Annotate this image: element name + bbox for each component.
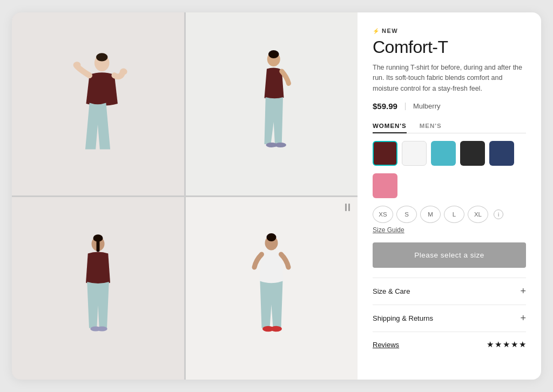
accordion-size-care[interactable]: Size & Care + (373, 278, 526, 305)
svg-point-7 (275, 143, 286, 147)
svg-point-14 (267, 233, 276, 241)
svg-point-16 (271, 326, 282, 332)
star-2: ★ (495, 340, 502, 349)
swatch-white[interactable] (402, 141, 427, 166)
swatch-blue[interactable] (431, 141, 456, 166)
size-l[interactable]: L (444, 206, 464, 223)
product-image-4[interactable] (186, 197, 358, 380)
product-description: The running T-shirt for before, during a… (373, 63, 526, 94)
price-row: $59.99 Mulberry (373, 102, 526, 111)
figure-2 (228, 47, 315, 160)
star-1: ★ (487, 340, 494, 349)
swatch-dark-red[interactable] (373, 141, 397, 166)
size-care-expand-icon: + (520, 286, 526, 297)
figure-4 (230, 232, 313, 345)
gender-tabs: WOMEN'S MEN'S (373, 119, 526, 133)
figure-1 (55, 50, 141, 158)
size-xl[interactable]: XL (468, 206, 488, 223)
size-s[interactable]: S (396, 206, 417, 223)
figure-3 (56, 232, 140, 345)
add-to-cart-button[interactable]: Please select a size (373, 242, 526, 268)
image-grid (12, 12, 358, 380)
star-5: ★ (519, 340, 526, 349)
shipping-returns-label: Shipping & Returns (373, 314, 433, 322)
product-image-2[interactable] (186, 12, 358, 195)
product-title: Comfort-T (373, 37, 526, 57)
color-swatches-row2 (373, 173, 526, 198)
shipping-returns-expand-icon: + (520, 313, 526, 324)
product-card: ⚡ NEW Comfort-T The running T-shirt for … (12, 12, 541, 380)
size-selector: XS S M L XL i (373, 206, 526, 223)
color-swatches (373, 141, 526, 166)
svg-point-3 (120, 69, 127, 75)
accordion-shipping-returns[interactable]: Shipping & Returns + (373, 305, 526, 332)
product-image-3[interactable] (12, 197, 184, 380)
reviews-row: Reviews ★ ★ ★ ★ ★ (373, 332, 526, 357)
tab-mens[interactable]: MEN'S (420, 119, 442, 133)
svg-point-5 (268, 50, 279, 58)
swatch-navy[interactable] (489, 141, 514, 166)
swatch-black[interactable] (460, 141, 485, 166)
size-m[interactable]: M (420, 206, 441, 223)
svg-point-2 (73, 62, 81, 69)
star-rating: ★ ★ ★ ★ ★ (487, 340, 526, 349)
svg-point-12 (97, 326, 107, 331)
star-4: ★ (511, 340, 518, 349)
star-3: ★ (503, 340, 510, 349)
new-label: NEW (382, 28, 398, 34)
size-xs[interactable]: XS (373, 206, 393, 223)
size-care-label: Size & Care (373, 287, 410, 295)
pause-button[interactable] (345, 204, 350, 211)
reviews-link[interactable]: Reviews (373, 341, 399, 349)
price-divider (405, 103, 406, 110)
product-image-1[interactable] (12, 12, 184, 195)
price: $59.99 (373, 102, 397, 111)
new-badge: ⚡ NEW (373, 28, 526, 34)
selected-color-name: Mulberry (413, 102, 441, 110)
svg-point-1 (96, 53, 108, 61)
size-guide-link[interactable]: Size Guide (373, 226, 526, 234)
size-info-icon[interactable]: i (494, 209, 503, 219)
lightning-icon: ⚡ (373, 28, 379, 34)
svg-rect-10 (96, 240, 99, 252)
product-panel: ⚡ NEW Comfort-T The running T-shirt for … (358, 12, 541, 380)
tab-womens[interactable]: WOMEN'S (373, 119, 407, 133)
swatch-pink[interactable] (373, 173, 397, 198)
